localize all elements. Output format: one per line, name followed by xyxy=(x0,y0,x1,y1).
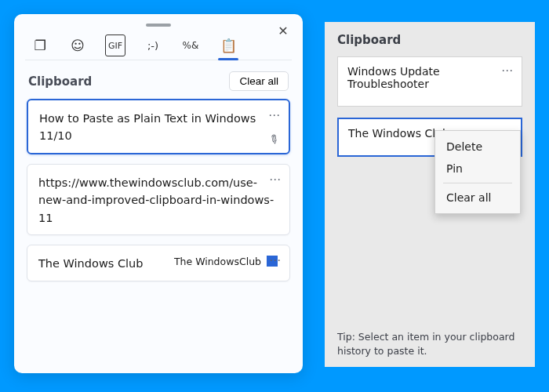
category-tabbar: ❐ ☺ GIF ;-) %& 📋 xyxy=(25,27,292,60)
context-menu: Delete Pin Clear all xyxy=(434,130,521,214)
clipboard-item[interactable]: How to Paste as Plain Text in Windows 11… xyxy=(27,99,290,154)
clipboard-item-text: The Windows Club xyxy=(38,255,143,272)
tab-recent[interactable]: ❐ xyxy=(30,34,50,56)
more-icon[interactable]: ⋯ xyxy=(501,64,514,78)
tab-gif[interactable]: GIF xyxy=(105,34,125,56)
clipboard-item[interactable]: https://www.thewindowsclub.com/use-new-a… xyxy=(27,164,290,235)
menu-delete[interactable]: Delete xyxy=(435,136,520,158)
clipboard-list: How to Paste as Plain Text in Windows 11… xyxy=(25,99,292,281)
section-header: Clipboard Clear all xyxy=(25,60,292,99)
section-title: Clipboard xyxy=(28,74,92,89)
clipboard-history-win10: Clipboard Windows Update Troubleshooter … xyxy=(325,22,535,367)
clear-all-button[interactable]: Clear all xyxy=(229,71,289,91)
more-icon[interactable]: ⋯ xyxy=(268,108,281,122)
clipboard-item-text: How to Paste as Plain Text in Windows 11… xyxy=(39,110,278,145)
clipboard-item-text: Windows Update Troubleshooter xyxy=(347,65,440,90)
clipboard-flyout-win11: ✕ ❐ ☺ GIF ;-) %& 📋 Clipboard Clear all H… xyxy=(14,14,303,373)
clipboard-item-text: https://www.thewindowsclub.com/use-new-a… xyxy=(38,174,278,227)
tab-emoji[interactable]: ☺ xyxy=(67,34,88,56)
tab-symbols[interactable]: %& xyxy=(180,34,201,56)
tab-clipboard[interactable]: 📋 xyxy=(218,34,238,56)
close-button[interactable]: ✕ xyxy=(274,22,292,39)
tip-text: Tip: Select an item in your clipboard hi… xyxy=(337,322,522,358)
clipboard-item[interactable]: Windows Update Troubleshooter ⋯ xyxy=(337,56,522,107)
clipboard-item-thumbnail: The WindowsClub xyxy=(174,255,278,267)
more-icon[interactable]: ⋯ xyxy=(269,172,282,187)
tab-kaomoji[interactable]: ;-) xyxy=(143,34,163,56)
panel-title: Clipboard xyxy=(337,33,522,47)
menu-clear-all[interactable]: Clear all xyxy=(435,187,520,209)
more-icon[interactable]: ⋯ xyxy=(269,253,282,267)
menu-pin[interactable]: Pin xyxy=(435,158,520,180)
clipboard-item[interactable]: The Windows Club The WindowsClub ⋯ xyxy=(27,245,290,281)
menu-separator xyxy=(443,183,512,183)
